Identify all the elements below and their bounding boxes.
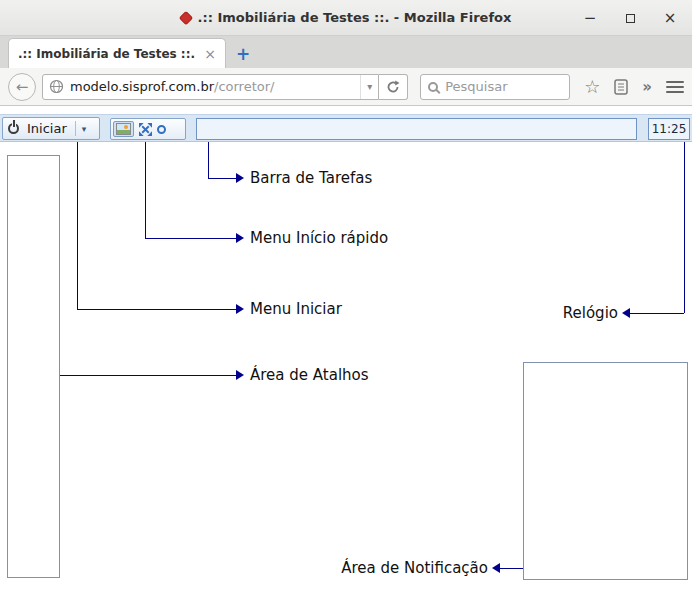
quick-launch-bar bbox=[110, 118, 186, 140]
image-icon bbox=[116, 123, 131, 135]
start-caret-icon: ▾ bbox=[82, 124, 87, 134]
expand-arrows-icon bbox=[139, 123, 152, 136]
search-bar[interactable]: Pesquisar bbox=[420, 74, 570, 100]
menu-button[interactable] bbox=[666, 81, 684, 93]
new-tab-button[interactable]: + bbox=[236, 46, 250, 63]
reload-icon bbox=[386, 80, 400, 94]
annotation-shortcuts: Área de Atalhos bbox=[250, 365, 369, 385]
maximize-icon bbox=[626, 14, 635, 23]
start-divider bbox=[75, 121, 76, 136]
annotation-taskbar: Barra de Tarefas bbox=[250, 168, 372, 188]
quick-launch-image-button[interactable] bbox=[113, 121, 134, 137]
site-favicon-icon bbox=[178, 10, 192, 24]
shortcuts-area bbox=[7, 155, 60, 578]
callout-arrow-quicklaunch bbox=[236, 233, 244, 243]
callout-line-clock bbox=[684, 142, 685, 313]
power-icon bbox=[8, 123, 19, 134]
quick-launch-expand-button[interactable] bbox=[139, 123, 152, 136]
callout-line-quicklaunch bbox=[145, 238, 236, 239]
titlebar: .:: Imobiliária de Testes ::. - Mozilla … bbox=[0, 0, 692, 36]
help-icon bbox=[157, 125, 166, 134]
tab-imobiliaria[interactable]: .:: Imobiliária de Testes ::. × bbox=[8, 38, 226, 68]
window-title-group: .:: Imobiliária de Testes ::. - Mozilla … bbox=[181, 10, 512, 25]
annotation-notifications: Área de Notificação bbox=[341, 558, 488, 578]
back-button[interactable]: ← bbox=[8, 73, 36, 101]
back-icon: ← bbox=[16, 78, 29, 96]
callout-arrow-shortcuts bbox=[236, 370, 244, 380]
bookmark-star-icon[interactable]: ☆ bbox=[584, 76, 600, 97]
tab-close-icon[interactable]: × bbox=[204, 47, 216, 61]
callout-line-clock bbox=[630, 313, 684, 314]
callout-line-taskbar bbox=[208, 178, 236, 179]
url-bar[interactable]: modelo.sisprof.com.br/corretor/ ▾ bbox=[42, 74, 379, 100]
reload-button[interactable] bbox=[379, 74, 408, 100]
callout-line-notifications bbox=[499, 568, 523, 569]
callout-line-start bbox=[77, 309, 236, 310]
url-dropdown-icon[interactable]: ▾ bbox=[360, 75, 378, 99]
callout-arrow-clock bbox=[622, 308, 630, 318]
window-title: .:: Imobiliária de Testes ::. - Mozilla … bbox=[198, 10, 512, 25]
close-button[interactable]: × bbox=[662, 10, 678, 26]
url-domain: modelo.sisprof.com.br bbox=[70, 79, 214, 94]
tab-strip: .:: Imobiliária de Testes ::. × + bbox=[0, 36, 692, 68]
notification-area bbox=[523, 362, 688, 580]
callout-arrow-taskbar bbox=[236, 173, 244, 183]
quick-launch-help-button[interactable] bbox=[157, 125, 166, 134]
callout-arrow-start bbox=[236, 304, 244, 314]
minimize-button[interactable]: − bbox=[582, 10, 598, 26]
search-icon bbox=[428, 82, 438, 92]
taskbar-area bbox=[196, 118, 637, 140]
window-controls: − × bbox=[582, 0, 678, 36]
callout-line-quicklaunch bbox=[145, 142, 146, 238]
bookmarks-menu-icon[interactable] bbox=[614, 79, 628, 95]
start-label: Iniciar bbox=[27, 121, 67, 136]
tab-title: .:: Imobiliária de Testes ::. bbox=[18, 47, 198, 61]
search-placeholder: Pesquisar bbox=[445, 79, 507, 94]
callout-line-shortcuts bbox=[60, 375, 236, 376]
callout-line-taskbar bbox=[208, 142, 209, 178]
url-text: modelo.sisprof.com.br/corretor/ bbox=[70, 79, 360, 94]
annotation-start-menu: Menu Iniciar bbox=[250, 299, 342, 319]
url-path: /corretor/ bbox=[214, 79, 274, 94]
annotation-clock: Relógio bbox=[563, 303, 618, 323]
start-button[interactable]: Iniciar ▾ bbox=[2, 117, 100, 140]
globe-icon bbox=[49, 79, 64, 94]
web-taskbar-strip: Iniciar ▾ 11: bbox=[0, 114, 692, 142]
callout-arrow-notifications bbox=[492, 563, 500, 573]
overflow-chevron-icon[interactable]: » bbox=[642, 78, 652, 96]
browser-window: .:: Imobiliária de Testes ::. - Mozilla … bbox=[0, 0, 692, 589]
annotation-quick-launch: Menu Início rápido bbox=[250, 228, 388, 248]
navigation-toolbar: ← modelo.sisprof.com.br/corretor/ ▾ Pesq… bbox=[0, 68, 692, 106]
clock[interactable]: 11:25 bbox=[648, 118, 690, 140]
callout-line-start bbox=[77, 142, 78, 309]
page-content: Iniciar ▾ 11: bbox=[0, 106, 692, 589]
maximize-button[interactable] bbox=[622, 10, 638, 26]
